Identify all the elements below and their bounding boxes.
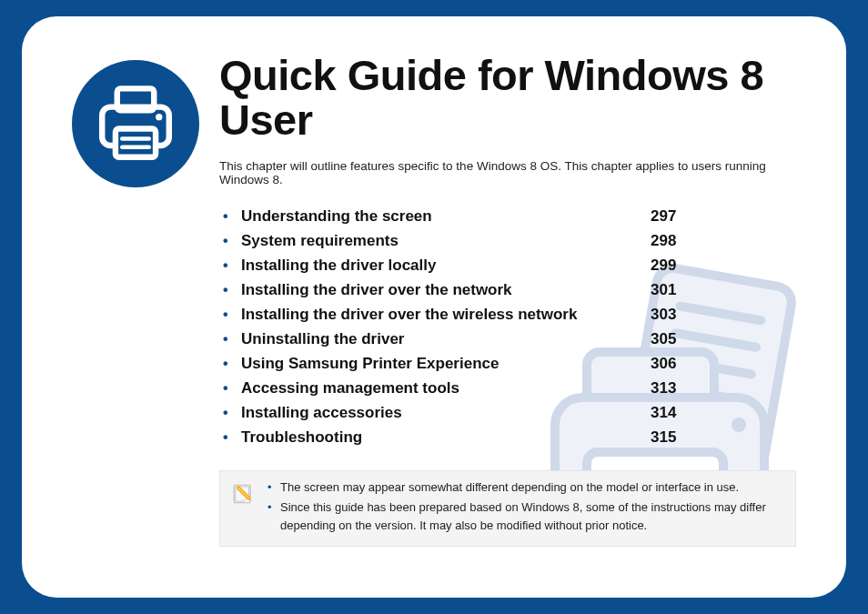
toc-page: 299: [651, 257, 705, 275]
toc-label: Installing the driver locally: [241, 257, 436, 275]
toc-page: 313: [651, 379, 705, 398]
toc-label: Using Samsung Printer Experience: [241, 355, 499, 373]
note-icon: [231, 478, 257, 537]
toc-page: 298: [651, 232, 705, 250]
note-item: Since this guide has been prepared based…: [267, 498, 779, 535]
toc-page: 315: [651, 428, 705, 447]
toc-item[interactable]: •System requirements298: [223, 229, 796, 254]
page-frame: Quick Guide for Windows 8 User This chap…: [22, 16, 846, 598]
printer-icon: [72, 60, 199, 187]
toc-label: Understanding the screen: [241, 207, 432, 226]
header-row: Quick Guide for Windows 8 User This chap…: [72, 53, 796, 547]
toc-item[interactable]: •Installing accessories314: [223, 401, 796, 426]
page-title: Quick Guide for Windows 8 User: [219, 53, 796, 143]
toc-page: 297: [651, 207, 705, 226]
svg-rect-11: [116, 129, 156, 157]
toc-label: Uninstalling the driver: [241, 330, 404, 348]
toc-item[interactable]: •Troubleshooting315: [223, 426, 796, 450]
chapter-intro: This chapter will outline features speci…: [219, 159, 796, 186]
toc-item[interactable]: •Uninstalling the driver305: [223, 327, 796, 352]
toc-page: 305: [651, 330, 705, 348]
note-list: The screen may appear somewhat different…: [267, 478, 779, 537]
note-item: The screen may appear somewhat different…: [267, 478, 779, 497]
toc-page: 306: [651, 355, 705, 373]
toc-list: •Understanding the screen297 •System req…: [223, 205, 796, 450]
toc-item[interactable]: •Installing the driver over the wireless…: [223, 303, 796, 327]
toc-label: Installing accessories: [241, 404, 402, 422]
toc-item[interactable]: •Installing the driver over the network3…: [223, 278, 796, 303]
toc-label: System requirements: [241, 232, 399, 250]
toc-label: Accessing management tools: [241, 379, 459, 398]
toc-item[interactable]: •Accessing management tools313: [223, 377, 796, 401]
toc-page: 303: [651, 306, 705, 324]
toc-label: Installing the driver over the network: [241, 281, 512, 299]
toc-label: Installing the driver over the wireless …: [241, 306, 577, 324]
toc-item[interactable]: •Understanding the screen297: [223, 205, 796, 229]
toc-page: 301: [651, 281, 705, 299]
toc-item[interactable]: •Using Samsung Printer Experience306: [223, 352, 796, 377]
toc-label: Troubleshooting: [241, 428, 362, 447]
toc-item[interactable]: •Installing the driver locally299: [223, 254, 796, 278]
note-box: The screen may appear somewhat different…: [219, 470, 796, 547]
svg-point-14: [156, 114, 162, 120]
toc-page: 314: [651, 404, 705, 422]
